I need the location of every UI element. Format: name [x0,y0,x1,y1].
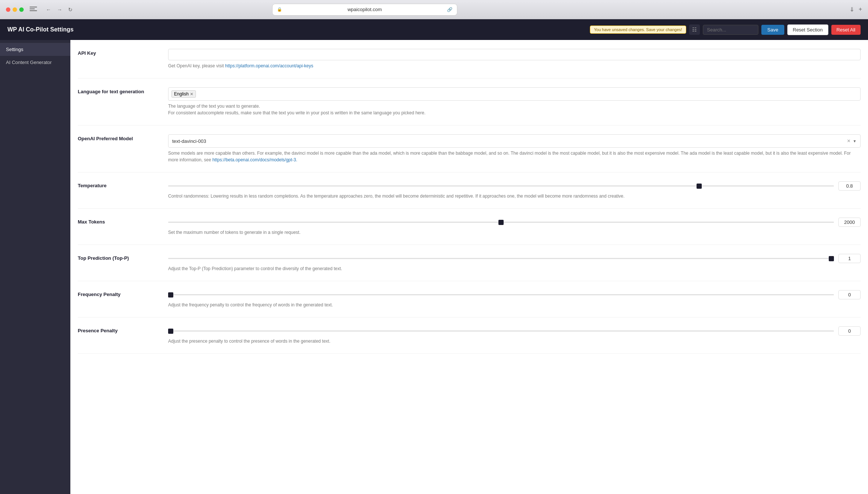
frequency-penalty-slider-row: 0 [168,290,861,299]
presence-penalty-value[interactable]: 0 [838,326,861,336]
max-tokens-description: Set the maximum number of tokens to gene… [168,229,861,236]
back-button[interactable]: ← [44,5,53,14]
language-label: Language for text generation [78,87,159,116]
api-key-description: Get OpenAI key, please visit https://pla… [168,63,861,69]
app-body: Settings AI Content Generator API Key Ge… [0,40,868,494]
temperature-description: Control randomness: Lowering results in … [168,193,861,199]
app-header: WP AI Co-Pilot Settings You have unsaved… [0,19,868,40]
presence-penalty-slider[interactable] [168,330,834,332]
temperature-row: Temperature 0.8 Control randomness: Lowe… [78,172,861,209]
presence-penalty-slider-row: 0 [168,326,861,336]
model-select[interactable]: text-davinci-003 ✕ ▼ [168,134,861,148]
model-label: OpenAI Preferred Model [78,134,159,163]
language-description: The language of the text you want to gen… [168,103,861,116]
max-tokens-label: Max Tokens [78,218,159,236]
download-icon[interactable]: ⇓ [849,6,854,13]
language-tag-english: English ✕ [171,90,196,98]
max-tokens-slider[interactable] [168,222,834,223]
temperature-value[interactable]: 0.8 [838,181,861,191]
api-key-label: API Key [78,49,159,69]
api-key-row: API Key Get OpenAI key, please visit htt… [78,40,861,78]
top-p-description: Adjust the Top-P (Top Prediction) parame… [168,265,861,272]
model-select-clear[interactable]: ✕ [847,138,851,144]
frequency-penalty-label: Frequency Penalty [78,290,159,308]
language-tag-remove[interactable]: ✕ [190,92,193,97]
browser-chrome: ← → ↻ 🔒 wpaicopilot.com 🔗 ⇓ + [0,0,868,19]
api-key-desc-prefix: Get OpenAI key, please visit [168,63,225,68]
sidebar-toggle-icon[interactable] [30,7,37,13]
maximize-button[interactable] [19,7,24,12]
reload-button[interactable]: ↻ [67,5,74,14]
app-container: WP AI Co-Pilot Settings You have unsaved… [0,19,868,494]
presence-penalty-slider-container [168,330,834,332]
max-tokens-value[interactable]: 2000 [838,218,861,227]
temperature-slider-container [168,185,834,186]
max-tokens-slider-container [168,222,834,223]
language-tag-text: English [174,91,188,97]
sidebar-item-ai-content-label: AI Content Generator [6,60,52,65]
top-p-slider-row: 1 [168,254,861,263]
frequency-penalty-content: 0 Adjust the frequency penalty to contro… [168,290,861,308]
top-p-row: Top Prediction (Top-P) 1 Adjust the Top-… [78,245,861,281]
traffic-lights [6,7,24,12]
top-p-value[interactable]: 1 [838,254,861,263]
frequency-penalty-slider-container [168,294,834,295]
model-row: OpenAI Preferred Model text-davinci-003 … [78,125,861,172]
reset-section-button[interactable]: Reset Section [787,24,828,35]
sidebar: Settings AI Content Generator [0,40,70,494]
max-tokens-content: 2000 Set the maximum number of tokens to… [168,218,861,236]
top-p-label: Top Prediction (Top-P) [78,254,159,272]
api-key-link[interactable]: https://platform.openai.com/account/api-… [225,63,313,68]
api-key-input[interactable] [168,49,861,60]
model-description: Some models are more capable than others… [168,150,861,163]
presence-penalty-description: Adjust the presence penalty to control t… [168,338,861,345]
presence-penalty-content: 0 Adjust the presence penalty to control… [168,326,861,345]
settings-section: API Key Get OpenAI key, please visit htt… [70,40,868,354]
browser-actions: ⇓ + [849,6,862,13]
address-bar[interactable]: 🔒 wpaicopilot.com 🔗 [272,4,457,16]
grid-icon-button[interactable]: ☷ [689,24,700,35]
close-button[interactable] [6,7,10,12]
sidebar-item-ai-content[interactable]: AI Content Generator [0,56,70,69]
sidebar-item-settings-label: Settings [6,47,23,52]
save-button[interactable]: Save [761,25,784,35]
max-tokens-row: Max Tokens 2000 Set the maximum number o… [78,209,861,245]
model-content: text-davinci-003 ✕ ▼ Some models are mor… [168,134,861,163]
model-select-arrow[interactable]: ▼ [853,139,857,143]
language-row: Language for text generation English ✕ T… [78,78,861,125]
app-title: WP AI Co-Pilot Settings [7,26,74,33]
temperature-slider-row: 0.8 [168,181,861,191]
search-input[interactable] [703,25,758,35]
frequency-penalty-description: Adjust the frequency penalty to control … [168,302,861,308]
frequency-penalty-value[interactable]: 0 [838,290,861,299]
reset-all-button[interactable]: Reset All [831,25,861,35]
url-text: wpaicopilot.com [285,7,444,12]
temperature-label: Temperature [78,181,159,199]
language-tag-input[interactable]: English ✕ [168,87,861,101]
frequency-penalty-row: Frequency Penalty 0 Adjust the frequency… [78,281,861,317]
presence-penalty-label: Presence Penalty [78,326,159,345]
main-content: API Key Get OpenAI key, please visit htt… [70,40,868,494]
top-p-slider-container [168,258,834,259]
language-content: English ✕ The language of the text you w… [168,87,861,116]
frequency-penalty-slider[interactable] [168,294,834,295]
minimize-button[interactable] [13,7,17,12]
temperature-slider[interactable] [168,185,834,186]
forward-button[interactable]: → [56,5,64,14]
header-actions: You have unsaved changes. Save your chan… [590,24,861,35]
lock-icon: 🔒 [277,7,282,12]
top-p-slider[interactable] [168,258,834,259]
max-tokens-slider-row: 2000 [168,218,861,227]
unsaved-notice: You have unsaved changes. Save your chan… [590,26,686,34]
new-tab-icon[interactable]: + [859,6,862,13]
sidebar-item-settings[interactable]: Settings [0,43,70,56]
presence-penalty-row: Presence Penalty 0 Adjust the presence p… [78,317,861,354]
temperature-content: 0.8 Control randomness: Lowering results… [168,181,861,199]
model-desc-link[interactable]: https://beta.openai.com/docs/models/gpt-… [212,157,297,162]
model-select-value: text-davinci-003 [172,138,847,144]
top-p-content: 1 Adjust the Top-P (Top Prediction) para… [168,254,861,272]
browser-controls: ← → ↻ [44,5,74,14]
api-key-content: Get OpenAI key, please visit https://pla… [168,49,861,69]
share-icon: 🔗 [447,7,453,12]
language-desc-line1: The language of the text you want to gen… [168,103,861,110]
